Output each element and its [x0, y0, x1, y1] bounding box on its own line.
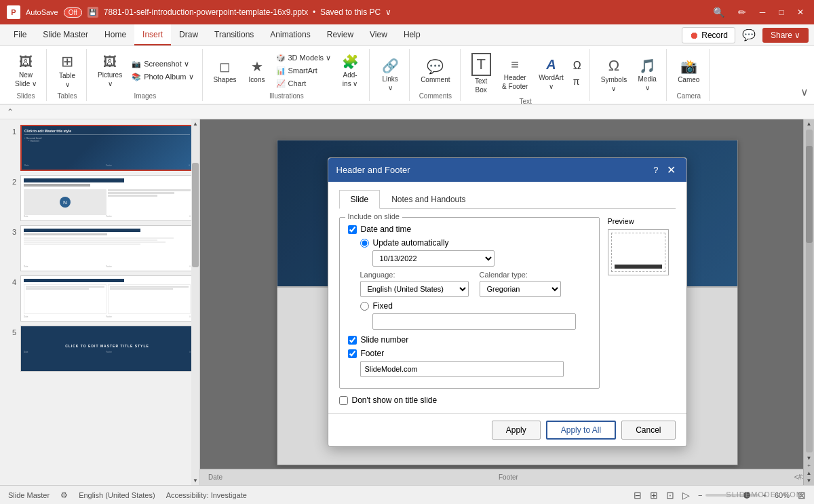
3d-models-button[interactable]: 🎲 3D Models ∨: [273, 52, 334, 64]
tab-transitions[interactable]: Transitions: [206, 24, 262, 45]
pictures-button[interactable]: 🖼 Pictures ∨: [94, 52, 126, 90]
calendar-dropdown[interactable]: Gregorian: [480, 281, 561, 297]
screenshot-button[interactable]: 📷 Screenshot ∨: [129, 58, 196, 70]
new-slide-button[interactable]: 🖼 New Slide ∨: [11, 52, 41, 90]
tab-review[interactable]: Review: [319, 24, 362, 45]
slide-num-1: 1: [5, 125, 16, 136]
tab-insert[interactable]: Insert: [134, 24, 171, 45]
add-ins-button[interactable]: 🧩 Add- ins ∨: [336, 51, 364, 90]
media-button[interactable]: 🎵 Media ∨: [634, 55, 661, 94]
fixed-date-input[interactable]: [372, 313, 576, 330]
record-button[interactable]: ⏺ Record: [682, 27, 735, 43]
tab-home[interactable]: Home: [96, 24, 134, 45]
slide-number-checkbox-label[interactable]: Slide number: [348, 335, 591, 345]
media-group-items: Ω Symbols ∨ 🎵 Media ∨: [597, 50, 661, 98]
tab-animations[interactable]: Animations: [262, 24, 318, 45]
search-icon[interactable]: 🔍: [709, 5, 729, 19]
slide-thumb-5[interactable]: 5 CLICK TO EDIT MASTER TITLE STYLE DateF…: [5, 326, 194, 372]
fixed-radio[interactable]: [360, 302, 369, 311]
tab-help[interactable]: Help: [395, 24, 429, 45]
tab-draw[interactable]: Draw: [171, 24, 206, 45]
dont-show-checkbox-label[interactable]: Don't show on title slide: [339, 395, 600, 405]
dialog-footer: Apply Apply to All Cancel: [328, 413, 686, 446]
icons-icon: ★: [251, 58, 263, 75]
tab-file[interactable]: File: [5, 24, 35, 45]
slide-thumb-2[interactable]: 2 N Da: [5, 175, 194, 221]
update-auto-radio-label[interactable]: Update automatically: [360, 238, 591, 248]
slide-thumb-3[interactable]: 3 DateFooter#: [5, 225, 194, 271]
date-time-checkbox-label[interactable]: Date and time: [348, 225, 591, 234]
comments-button[interactable]: 💬: [739, 26, 758, 44]
pen-icon[interactable]: ✏: [734, 5, 750, 19]
language-calendar-row: Language: English (United States) Calend…: [360, 271, 591, 297]
slideshow-icon[interactable]: ▷: [682, 490, 690, 501]
header-footer-button[interactable]: ≡ Header & Footer: [498, 54, 532, 93]
save-icon[interactable]: 💾: [88, 7, 98, 18]
slide-thumb-4[interactable]: 4 DateFooter#: [5, 275, 194, 322]
update-auto-radio[interactable]: [360, 239, 369, 248]
footer-checkbox-label[interactable]: Footer: [348, 349, 591, 358]
autosave-toggle[interactable]: Off: [64, 7, 82, 18]
table-button[interactable]: ⊞ Table ∨: [54, 50, 81, 91]
footer-checkbox[interactable]: [348, 349, 357, 358]
language-dropdown[interactable]: English (United States): [360, 281, 469, 297]
normal-view-icon[interactable]: ⊟: [634, 490, 642, 501]
reading-view-icon[interactable]: ⊡: [666, 490, 674, 501]
ribbon-expand[interactable]: ∨: [800, 49, 809, 101]
slide-img-3[interactable]: DateFooter#: [20, 225, 194, 271]
slide-sorter-icon[interactable]: ⊞: [650, 490, 658, 501]
apply-all-button[interactable]: Apply to All: [546, 421, 616, 440]
links-button[interactable]: 🔗 Links ∨: [376, 55, 404, 94]
links-group-items: 🔗 Links ∨: [376, 50, 404, 98]
comments-group-label: Comments: [419, 91, 452, 100]
dialog-help-button[interactable]: ?: [653, 165, 658, 175]
close-button[interactable]: ✕: [794, 5, 807, 19]
footer-input[interactable]: [360, 361, 564, 377]
slide-thumb-1[interactable]: 1 Click to edit Master title style • Sec…: [5, 125, 194, 171]
date-dropdown[interactable]: 10/13/2022: [372, 250, 495, 267]
icons-button[interactable]: ★ Icons: [244, 56, 271, 86]
dialog-tab-slide[interactable]: Slide: [339, 190, 381, 209]
symbols-button[interactable]: Ω: [570, 58, 584, 73]
dont-show-checkbox[interactable]: [339, 396, 348, 405]
dialog-close-button[interactable]: ✕: [664, 163, 678, 176]
watermark: SLIDEMODEL.COM: [726, 490, 803, 499]
slide-number-checkbox[interactable]: [348, 336, 357, 345]
slide-img-5[interactable]: CLICK TO EDIT MASTER TITLE STYLE DateFoo…: [20, 326, 194, 372]
title-bar-controls: 🔍 ✏ ─ □ ✕: [709, 5, 807, 19]
slide-img-2[interactable]: N DateFooter#: [20, 175, 194, 221]
chart-button[interactable]: 📈 Chart: [273, 78, 334, 90]
quick-access-icon[interactable]: ⌃: [7, 107, 14, 117]
wordart-button[interactable]: A WordArt ∨: [535, 54, 568, 93]
tab-view[interactable]: View: [362, 24, 395, 45]
scroll-track[interactable]: [191, 128, 199, 476]
cameo-button[interactable]: 📸 Cameo: [674, 56, 703, 86]
eq-button[interactable]: π: [570, 75, 584, 88]
shapes-button[interactable]: ◻ Shapes: [210, 56, 241, 86]
photo-album-button[interactable]: 📚 Photo Album ∨: [129, 71, 196, 83]
cancel-button[interactable]: Cancel: [621, 421, 675, 440]
date-select-row: 10/13/2022: [372, 250, 591, 267]
minimize-button[interactable]: ─: [756, 5, 769, 19]
share-button[interactable]: Share ∨: [762, 28, 809, 43]
zoom-minus[interactable]: −: [698, 491, 702, 499]
comment-button[interactable]: 💬 Comment: [416, 56, 454, 86]
slide-img-1[interactable]: Click to edit Master title style • Secon…: [20, 125, 194, 171]
symbols-big-button[interactable]: Ω Symbols ∨: [597, 54, 631, 95]
preview-bottom-bar: [615, 265, 662, 269]
apply-button[interactable]: Apply: [492, 421, 541, 440]
scroll-down-arrow[interactable]: ▼: [191, 476, 199, 485]
smartart-button[interactable]: 📊 SmartArt: [273, 65, 334, 77]
date-time-checkbox[interactable]: [348, 225, 357, 234]
slide-img-4[interactable]: DateFooter#: [20, 275, 194, 322]
tab-slide-master[interactable]: Slide Master: [35, 24, 96, 45]
scroll-knob[interactable]: [192, 163, 199, 267]
textbox-button[interactable]: T Text Box: [467, 50, 495, 96]
shapes-icon: ◻: [219, 58, 231, 75]
preview-label: Preview: [608, 217, 676, 225]
restore-button[interactable]: □: [775, 5, 788, 19]
dialog-tab-notes-handouts[interactable]: Notes and Handouts: [380, 190, 477, 209]
slide-panel-scrollbar[interactable]: ▲ ▼: [191, 119, 199, 485]
scroll-up-arrow[interactable]: ▲: [191, 119, 199, 128]
fixed-radio-label[interactable]: Fixed: [360, 301, 591, 311]
